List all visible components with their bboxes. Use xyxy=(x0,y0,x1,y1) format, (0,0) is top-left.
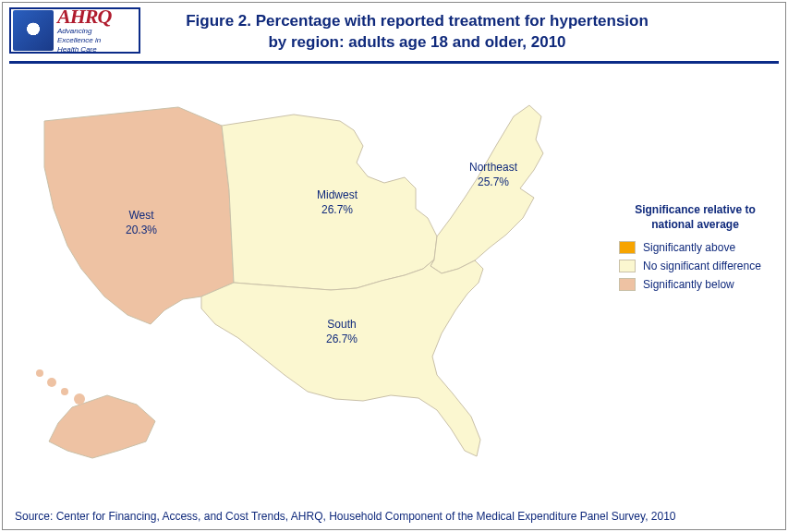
label-south: South 26.7% xyxy=(326,318,358,346)
legend-label-above: Significantly above xyxy=(643,241,735,254)
label-northeast-pct: 25.7% xyxy=(469,175,517,190)
map-svg xyxy=(17,79,608,477)
ahrq-logo: AHRQ Advancing Excellence in Health Care xyxy=(9,7,140,54)
label-midwest-name: Midwest xyxy=(317,188,358,201)
title-line-2: by region: adults age 18 and older, 2010 xyxy=(268,33,565,51)
label-west-pct: 20.3% xyxy=(126,224,157,238)
hhs-emblem-icon xyxy=(13,10,54,51)
legend-item-above: Significantly above xyxy=(619,241,771,254)
region-hawaii-2 xyxy=(47,378,56,387)
swatch-below xyxy=(619,278,636,291)
label-midwest-pct: 26.7% xyxy=(317,203,358,218)
swatch-none xyxy=(619,260,636,272)
figure-frame: AHRQ Advancing Excellence in Health Care… xyxy=(0,0,788,532)
logo-tagline-3: Health Care xyxy=(57,46,111,54)
region-south xyxy=(201,260,483,456)
swatch-above xyxy=(619,241,636,254)
label-northeast: Northeast 25.7% xyxy=(469,161,517,189)
legend: Significance relative to national averag… xyxy=(619,203,771,296)
region-hawaii-4 xyxy=(74,393,85,405)
label-northeast-name: Northeast xyxy=(469,161,517,174)
logo-text: AHRQ Advancing Excellence in Health Care xyxy=(57,6,111,54)
label-south-pct: 26.7% xyxy=(326,332,358,347)
label-west-name: West xyxy=(128,209,153,222)
legend-label-below: Significantly below xyxy=(643,278,734,291)
legend-item-none: No significant difference xyxy=(619,260,771,272)
label-south-name: South xyxy=(327,318,356,331)
source-line: Source: Center for Financing, Access, an… xyxy=(15,510,676,523)
region-hawaii-3 xyxy=(61,388,68,395)
title-rule xyxy=(9,61,779,64)
logo-brand: AHRQ xyxy=(57,6,111,27)
figure-title: Figure 2. Percentage with reported treat… xyxy=(157,11,677,54)
us-map: West 20.3% Midwest 26.7% South 26.7% Nor… xyxy=(17,79,608,477)
legend-title: Significance relative to national averag… xyxy=(619,203,771,232)
label-west: West 20.3% xyxy=(126,209,157,237)
region-alaska xyxy=(49,395,155,458)
logo-tagline-1: Advancing xyxy=(57,28,111,36)
label-midwest: Midwest 26.7% xyxy=(317,188,358,217)
legend-item-below: Significantly below xyxy=(619,278,771,291)
region-hawaii-1 xyxy=(36,369,43,377)
title-line-1: Figure 2. Percentage with reported treat… xyxy=(186,12,649,30)
logo-tagline-2: Excellence in xyxy=(57,37,111,45)
legend-label-none: No significant difference xyxy=(643,260,761,272)
